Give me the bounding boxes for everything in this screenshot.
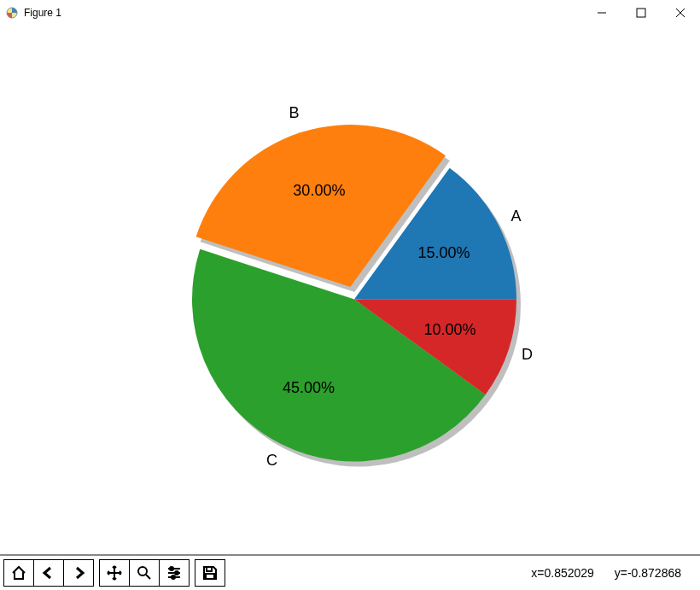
svg-rect-13 [207, 567, 212, 571]
pie-label-B: B [289, 104, 300, 121]
window-title: Figure 1 [24, 7, 61, 19]
pie-percent-D: 10.00% [424, 321, 476, 338]
cursor-status: x=0.852029 y=-0.872868 [514, 566, 697, 580]
home-button[interactable] [4, 560, 34, 586]
svg-point-10 [175, 571, 178, 575]
cursor-x: x=0.852029 [531, 566, 594, 580]
svg-point-5 [138, 567, 147, 575]
pie-label-C: C [266, 452, 277, 469]
pie-percent-A: 15.00% [417, 244, 470, 261]
figure-canvas[interactable]: 15.00%A30.00%B45.00%C10.00%D [0, 26, 700, 556]
zoom-button[interactable] [130, 560, 160, 586]
close-button[interactable] [661, 0, 700, 26]
svg-rect-14 [206, 574, 214, 579]
titlebar: Figure 1 [0, 0, 700, 26]
svg-point-12 [172, 575, 175, 579]
configure-subplots-button[interactable] [160, 560, 189, 586]
svg-line-6 [146, 575, 150, 579]
forward-button[interactable] [64, 560, 93, 586]
svg-rect-2 [637, 9, 645, 17]
back-button[interactable] [34, 560, 64, 586]
navigation-toolbar: x=0.852029 y=-0.872868 [0, 554, 700, 590]
pie-label-A: A [511, 207, 522, 225]
pie-percent-C: 45.00% [283, 379, 335, 396]
pie-chart: 15.00%A30.00%B45.00%C10.00%D [0, 26, 700, 556]
pan-button[interactable] [100, 560, 130, 586]
save-button[interactable] [195, 560, 225, 586]
cursor-y: y=-0.872868 [615, 566, 681, 580]
maximize-button[interactable] [621, 0, 661, 26]
pie-label-D: D [522, 346, 533, 363]
pie-percent-B: 30.00% [293, 182, 345, 199]
svg-point-8 [170, 567, 173, 570]
app-icon [5, 6, 19, 20]
minimize-button[interactable] [582, 0, 621, 26]
